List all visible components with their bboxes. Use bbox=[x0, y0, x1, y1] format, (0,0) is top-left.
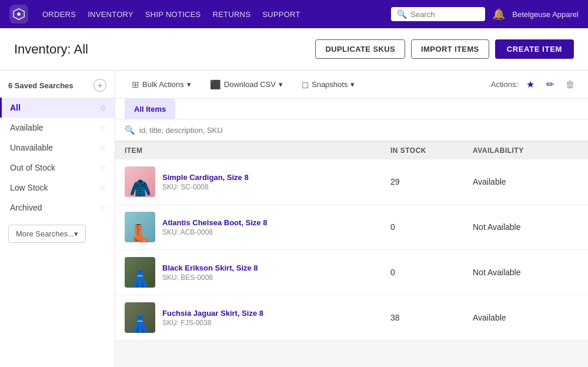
logo[interactable] bbox=[9, 5, 28, 24]
sidebar-item-label: Unavailable bbox=[10, 143, 53, 152]
item-thumbnail: 🧥 bbox=[125, 166, 155, 197]
thumb-figure: 👗 bbox=[125, 257, 155, 288]
global-search[interactable]: 🔍 bbox=[391, 7, 485, 21]
item-thumbnail: 👗 bbox=[125, 257, 155, 288]
sidebar-item-label: Archived bbox=[10, 203, 42, 212]
thumb-figure: 👢 bbox=[125, 212, 155, 242]
item-cell: 🧥 Simple Cardigan, Size 8 SKU: SC-0008 bbox=[125, 166, 390, 197]
sidebar-item-low-stock[interactable]: Low Stock ☆ bbox=[0, 178, 115, 198]
download-csv-label: Download CSV bbox=[224, 80, 276, 89]
chevron-down-icon: ▾ bbox=[74, 229, 78, 238]
saved-searches-label: 6 Saved Searches bbox=[8, 81, 74, 90]
notifications-icon[interactable]: 🔔 bbox=[492, 8, 505, 21]
item-cell: 👗 Fuchsia Jaguar Skirt, Size 8 SKU: FJS-… bbox=[125, 302, 390, 333]
star-icon[interactable]: ☆ bbox=[99, 104, 106, 112]
sidebar-header: 6 Saved Searches + bbox=[0, 71, 115, 98]
item-name-link[interactable]: Atlantis Chelsea Boot, Size 8 bbox=[162, 218, 267, 227]
download-csv-button[interactable]: ⬛ Download CSV ▾ bbox=[203, 76, 290, 94]
sidebar-item-label: Out of Stock bbox=[10, 163, 55, 172]
bulk-actions-label: Bulk Actions bbox=[142, 80, 184, 89]
download-csv-icon: ⬛ bbox=[210, 79, 221, 90]
col-header-availability: Availability bbox=[473, 146, 579, 155]
item-search-row: 🔍 bbox=[115, 119, 588, 141]
chevron-down-icon: ▾ bbox=[279, 80, 283, 89]
svg-point-1 bbox=[17, 12, 21, 16]
page-title: Inventory: All bbox=[14, 42, 88, 57]
page-header: Inventory: All DUPLICATE SKUS IMPORT ITE… bbox=[0, 28, 588, 71]
main-layout: 6 Saved Searches + All ☆ Available ☆ Una… bbox=[0, 71, 588, 367]
tab-bar: All Items bbox=[115, 99, 588, 119]
sidebar-item-archived[interactable]: Archived ☆ bbox=[0, 198, 115, 218]
item-cell: 👢 Atlantis Chelsea Boot, Size 8 SKU: ACB… bbox=[125, 212, 390, 242]
nav-ship-notices[interactable]: SHIP NOTICES bbox=[145, 10, 201, 19]
stock-cell: 0 bbox=[390, 222, 473, 232]
table-row: 🧥 Simple Cardigan, Size 8 SKU: SC-0008 2… bbox=[115, 159, 588, 205]
nav-orders[interactable]: ORDERS bbox=[42, 10, 76, 19]
main-content: ⊞ Bulk Actions ▾ ⬛ Download CSV ▾ ◻ Snap… bbox=[115, 71, 588, 367]
sidebar-item-label: Available bbox=[10, 123, 44, 132]
star-icon[interactable]: ☆ bbox=[99, 144, 106, 152]
item-name-link[interactable]: Simple Cardigan, Size 8 bbox=[162, 173, 249, 182]
delete-action-button[interactable]: 🗑 bbox=[562, 76, 579, 94]
item-name-link[interactable]: Fuchsia Jaguar Skirt, Size 8 bbox=[162, 309, 263, 318]
star-icon[interactable]: ☆ bbox=[99, 203, 106, 212]
tab-all-items[interactable]: All Items bbox=[125, 99, 175, 119]
availability-cell: Not Available bbox=[473, 268, 579, 277]
sidebar-item-label: Low Stock bbox=[10, 183, 48, 192]
star-icon[interactable]: ☆ bbox=[99, 184, 106, 192]
search-input[interactable] bbox=[410, 10, 479, 19]
item-sku: SKU: SC-0008 bbox=[162, 183, 249, 191]
search-icon: 🔍 bbox=[125, 125, 135, 135]
search-icon: 🔍 bbox=[397, 9, 407, 19]
star-icon[interactable]: ☆ bbox=[99, 164, 106, 172]
item-sku: SKU: BES-0008 bbox=[162, 273, 258, 282]
table-body: 🧥 Simple Cardigan, Size 8 SKU: SC-0008 2… bbox=[115, 159, 588, 341]
favorite-action-button[interactable]: ★ bbox=[523, 75, 538, 94]
more-searches-dropdown[interactable]: More Searches... ▾ bbox=[8, 225, 86, 243]
chevron-down-icon: ▾ bbox=[350, 80, 355, 89]
nav-inventory[interactable]: INVENTORY bbox=[88, 10, 133, 19]
create-item-button[interactable]: CREATE ITEM bbox=[495, 39, 574, 59]
sidebar-item-label: All bbox=[10, 103, 21, 112]
snapshots-label: Snapshots bbox=[312, 80, 348, 89]
item-search-input[interactable] bbox=[139, 126, 579, 135]
thumb-figure: 🧥 bbox=[125, 166, 155, 197]
header-actions: DUPLICATE SKUS IMPORT ITEMS CREATE ITEM bbox=[315, 39, 574, 59]
item-cell: 👗 Black Erikson Skirt, Size 8 SKU: BES-0… bbox=[125, 257, 390, 288]
nav-links: ORDERS INVENTORY SHIP NOTICES RETURNS SU… bbox=[42, 10, 377, 19]
availability-cell: Available bbox=[473, 177, 579, 186]
table-row: 👗 Black Erikson Skirt, Size 8 SKU: BES-0… bbox=[115, 250, 588, 295]
user-label: Betelgeuse Apparel bbox=[512, 10, 579, 19]
sidebar-item-unavailable[interactable]: Unavailable ☆ bbox=[0, 138, 115, 158]
col-header-item: Item bbox=[125, 146, 390, 155]
sidebar: 6 Saved Searches + All ☆ Available ☆ Una… bbox=[0, 71, 115, 367]
star-icon[interactable]: ☆ bbox=[99, 124, 106, 132]
more-searches-label: More Searches... bbox=[16, 229, 74, 238]
snapshots-icon: ◻ bbox=[302, 79, 309, 90]
duplicate-skus-button[interactable]: DUPLICATE SKUS bbox=[315, 39, 405, 59]
item-sku: SKU: FJS-0038 bbox=[162, 319, 263, 327]
nav-support[interactable]: SUPPORT bbox=[262, 10, 300, 19]
edit-action-button[interactable]: ✏ bbox=[543, 75, 557, 94]
stock-cell: 29 bbox=[390, 177, 473, 186]
item-thumbnail: 👗 bbox=[125, 302, 155, 333]
nav-returns[interactable]: RETURNS bbox=[213, 10, 251, 19]
import-items-button[interactable]: IMPORT ITEMS bbox=[411, 39, 489, 59]
item-info: Black Erikson Skirt, Size 8 SKU: BES-000… bbox=[162, 263, 258, 282]
availability-cell: Not Available bbox=[473, 222, 579, 232]
bulk-actions-button[interactable]: ⊞ Bulk Actions ▾ bbox=[125, 76, 198, 94]
snapshots-button[interactable]: ◻ Snapshots ▾ bbox=[295, 76, 362, 94]
item-name-link[interactable]: Black Erikson Skirt, Size 8 bbox=[162, 263, 258, 272]
top-navigation: ORDERS INVENTORY SHIP NOTICES RETURNS SU… bbox=[0, 0, 588, 28]
sidebar-item-all[interactable]: All ☆ bbox=[0, 98, 115, 118]
add-saved-search-button[interactable]: + bbox=[93, 79, 106, 92]
sidebar-item-available[interactable]: Available ☆ bbox=[0, 118, 115, 138]
item-sku: SKU: ACB-0008 bbox=[162, 228, 267, 236]
item-thumbnail: 👢 bbox=[125, 212, 155, 242]
actions-label: Actions: bbox=[491, 80, 518, 89]
sidebar-item-out-of-stock[interactable]: Out of Stock ☆ bbox=[0, 158, 115, 178]
table-row: 👢 Atlantis Chelsea Boot, Size 8 SKU: ACB… bbox=[115, 205, 588, 250]
availability-cell: Available bbox=[473, 313, 579, 322]
col-header-stock: In Stock bbox=[390, 146, 473, 155]
stock-cell: 0 bbox=[390, 268, 473, 277]
